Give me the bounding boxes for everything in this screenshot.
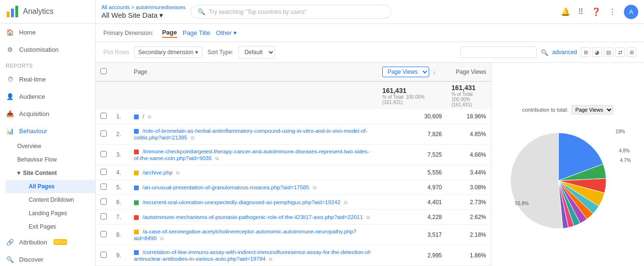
row-checkbox-6[interactable]	[96, 210, 111, 225]
sidebar-item-overview-label: Overview	[17, 143, 41, 150]
sidebar-item-content-drilldown-label: Content Drilldown	[29, 197, 74, 203]
pie-dropdown[interactable]: Page Views	[571, 105, 613, 115]
sidebar-item-all-pages[interactable]: All Pages	[6, 180, 95, 193]
page-link-5[interactable]: /recurrent-oral-ulceration-unexpectedly-…	[143, 199, 340, 205]
checkbox-4[interactable]	[100, 184, 107, 190]
chevron-down-icon: ▾	[195, 49, 198, 56]
sidebar-item-attribution[interactable]: 🔗 Attribution BETA	[0, 233, 95, 251]
select-all-checkbox[interactable]	[96, 63, 111, 81]
table-body: 1. / ⧉ 30,609 18.96% 2. /role-of-bromela…	[96, 109, 491, 266]
row-checkbox-5[interactable]	[96, 195, 111, 210]
sidebar-item-content-drilldown[interactable]: Content Drilldown	[6, 193, 95, 207]
sidebar-item-realtime[interactable]: ⏱ Real-time	[0, 70, 95, 88]
sidebar-item-exit-pages[interactable]: Exit Pages	[6, 220, 95, 233]
total-pv-value: 161,431	[382, 87, 442, 94]
page-link-1[interactable]: /role-of-bromelain-as-herbal-antiinflamm…	[134, 128, 367, 140]
row-checkbox-7[interactable]	[96, 225, 111, 245]
pie-label-47: 4.7%	[620, 158, 631, 163]
sidebar-item-discover-label: Discover	[19, 256, 44, 263]
row-checkbox-3[interactable]	[96, 165, 111, 180]
page-link-7[interactable]: /a-case-of-seronegative-acetylcholinerec…	[134, 229, 356, 241]
copy-icon-2[interactable]: ⧉	[215, 156, 219, 161]
row-checkbox-8[interactable]	[96, 245, 111, 266]
row-pct-7: 2.18%	[446, 225, 491, 245]
row-pct-4: 3.08%	[446, 180, 491, 195]
pageviews-dropdown[interactable]: Page Views	[382, 67, 429, 77]
copy-icon-7[interactable]: ⧉	[160, 236, 164, 241]
page-link-4[interactable]: /an-unusual-presentation-of-granulomatou…	[143, 185, 309, 190]
dim-tab-page-title[interactable]: Page Title	[183, 28, 211, 37]
sidebar-item-audience[interactable]: 👤 Audience	[0, 88, 95, 105]
row-checkbox-1[interactable]	[96, 124, 111, 145]
secondary-dimension-button[interactable]: Secondary dimension ▾	[134, 46, 202, 58]
page-link-8[interactable]: /correlation-of-line-immuno-assay-with-i…	[134, 249, 372, 262]
row-dot-2	[134, 150, 139, 154]
row-dot-0	[134, 115, 139, 119]
checkbox-8[interactable]	[100, 252, 107, 258]
more-icon[interactable]: ⋮	[609, 7, 616, 16]
row-checkbox-2[interactable]	[96, 145, 111, 165]
checkbox-all[interactable]	[100, 68, 107, 74]
row-checkbox-4[interactable]	[96, 180, 111, 195]
dim-tab-other[interactable]: Other ▾	[216, 29, 237, 36]
copy-icon-8[interactable]: ⧉	[269, 256, 272, 262]
row-num-6: 7.	[111, 210, 129, 225]
data-table: Page Page Views ↓ Page Views	[96, 63, 491, 266]
row-dot-3	[134, 171, 139, 175]
property-selector[interactable]: All Web Site Data ▾	[101, 11, 186, 20]
total-pv2-value: 161,431	[451, 84, 486, 92]
pie-label-558: 55.8%	[515, 201, 529, 206]
copy-icon-6[interactable]: ⧉	[366, 215, 370, 220]
sidebar-item-customisation[interactable]: ⚙ Customisation	[0, 41, 95, 58]
page-link-6[interactable]: /autoimmune-mechanisms-of-psoriasis-path…	[143, 214, 363, 220]
sidebar-item-acquisition[interactable]: 📥 Acquisition	[0, 105, 95, 122]
row-views-6: 4,228	[378, 210, 447, 225]
sidebar-item-behaviour[interactable]: 📊 Behaviour	[0, 122, 95, 139]
row-checkbox-0[interactable]	[96, 109, 111, 124]
row-dot-4	[134, 185, 139, 190]
table-search-input[interactable]	[460, 46, 537, 58]
grid-icon[interactable]: ⠿	[578, 7, 584, 16]
sidebar-item-behaviour-flow[interactable]: Behaviour Flow	[0, 153, 95, 166]
col-pageviews2-header: Page Views	[446, 63, 491, 81]
compare-view-icon[interactable]: ⇄	[615, 47, 625, 57]
pivot-view-icon[interactable]: ⊞	[627, 47, 636, 57]
page-link-0[interactable]: /	[143, 114, 144, 119]
sidebar-item-landing-pages[interactable]: Landing Pages	[6, 207, 95, 220]
checkbox-3[interactable]	[100, 169, 107, 175]
search-bar[interactable]: 🔍 Try searching "Top countries by users"	[190, 5, 391, 19]
contribution-label: contribution to total:	[522, 107, 568, 113]
bell-icon[interactable]: 🔔	[561, 7, 570, 16]
copy-icon-5[interactable]: ⧉	[344, 200, 347, 205]
help-icon[interactable]: ❓	[591, 7, 601, 16]
copy-icon-4[interactable]: ⧉	[313, 185, 316, 190]
pie-view-icon[interactable]: ◕	[592, 47, 602, 57]
bar-view-icon[interactable]: ▤	[604, 47, 613, 57]
checkbox-7[interactable]	[100, 231, 107, 237]
sidebar-item-discover[interactable]: 🔍 Discover	[0, 251, 95, 266]
checkbox-1[interactable]	[100, 130, 107, 137]
checkbox-6[interactable]	[100, 213, 107, 220]
avatar[interactable]: A	[624, 5, 638, 19]
checkbox-0[interactable]	[100, 113, 107, 119]
row-page-8: /correlation-of-line-immuno-assay-with-i…	[129, 245, 378, 266]
copy-icon-1[interactable]: ⧉	[191, 135, 194, 140]
copy-icon-0[interactable]: ⧉	[148, 114, 151, 119]
checkbox-2[interactable]	[100, 151, 107, 157]
analytics-logo-icon	[6, 5, 19, 18]
sidebar-item-site-content[interactable]: ▾ Site Content	[0, 166, 95, 180]
sidebar-item-overview[interactable]: Overview	[0, 139, 95, 153]
checkbox-5[interactable]	[100, 198, 107, 205]
page-link-2[interactable]: /immune-checkpointtargeted-therapy-cance…	[134, 149, 369, 161]
row-pct-0: 18.96%	[446, 109, 491, 124]
svg-rect-1	[11, 9, 14, 17]
advanced-link[interactable]: advanced	[552, 49, 577, 56]
dim-tab-page[interactable]: Page	[162, 28, 177, 38]
dimension-tabs: Primary Dimension: Page Page Title Other…	[96, 24, 644, 42]
plot-rows-button[interactable]: Plot Rows	[103, 49, 129, 56]
copy-icon-3[interactable]: ⧉	[176, 170, 179, 175]
sidebar-item-home[interactable]: 🏠 Home	[0, 23, 95, 41]
sort-type-select[interactable]: Default	[238, 46, 275, 58]
table-view-icon[interactable]: ⊞	[581, 47, 590, 57]
page-link-3[interactable]: /archive.php	[143, 170, 173, 175]
